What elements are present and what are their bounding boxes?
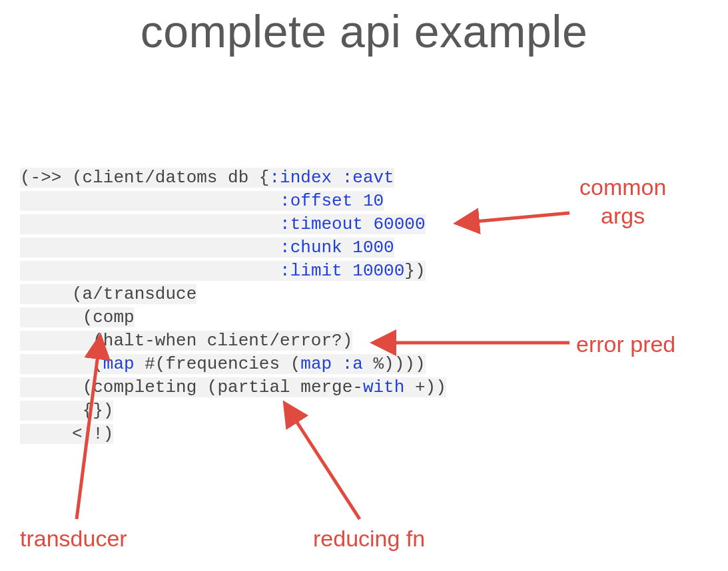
code-line-11: <!!) bbox=[20, 424, 113, 444]
code-line-9: (completing (partial merge-with +)) bbox=[20, 377, 446, 397]
code-line-5: (a/transduce bbox=[20, 284, 196, 304]
code-token: (->> bbox=[20, 168, 72, 188]
slide: complete api example (->> (client/datoms… bbox=[0, 0, 728, 571]
code-line-8: (map #(frequencies (map :a %)))) bbox=[20, 354, 426, 374]
code-token: {}) bbox=[83, 401, 114, 421]
slide-title: complete api example bbox=[0, 5, 728, 57]
code-token: +)) bbox=[404, 377, 446, 397]
code-line-2: :timeout 60000 bbox=[20, 214, 426, 234]
code-keyword: map bbox=[103, 354, 135, 374]
code-token: (a/transduce bbox=[72, 284, 196, 304]
code-line-3: :chunk 1000 bbox=[20, 238, 394, 258]
code-line-4: :limit 10000}) bbox=[20, 261, 426, 281]
code-token: (comp bbox=[83, 307, 135, 327]
annotation-error-pred: error pred bbox=[576, 330, 675, 359]
code-keyword: map :a bbox=[300, 354, 363, 374]
annotation-reducing-fn: reducing fn bbox=[313, 524, 425, 553]
code-token: (completing (partial merge- bbox=[83, 377, 363, 397]
code-token: (halt-when client/error?) bbox=[93, 331, 352, 351]
annotation-common-args: common args bbox=[579, 173, 666, 230]
code-keyword: with bbox=[363, 377, 404, 397]
arrow-common-args bbox=[460, 213, 569, 223]
code-line-10: {}) bbox=[20, 401, 113, 421]
code-keyword: :offset 10 bbox=[280, 191, 384, 211]
code-line-1: :offset 10 bbox=[20, 191, 384, 211]
code-token: <!!) bbox=[72, 424, 113, 444]
code-keyword: :chunk 1000 bbox=[280, 238, 394, 258]
code-token: #(frequencies ( bbox=[135, 354, 301, 374]
code-keyword: :index :eavt bbox=[269, 168, 394, 188]
code-token: %)))) bbox=[363, 354, 426, 374]
code-block: (->> (client/datoms db {:index :eavt :of… bbox=[20, 166, 446, 446]
annotation-transducer: transducer bbox=[20, 524, 127, 553]
code-line-0: (->> (client/datoms db {:index :eavt bbox=[20, 168, 394, 188]
code-keyword: :timeout 60000 bbox=[280, 214, 425, 234]
code-line-7: (halt-when client/error?) bbox=[20, 331, 352, 351]
code-token: (client/datoms db { bbox=[72, 168, 269, 188]
code-keyword: :limit 10000 bbox=[280, 261, 404, 281]
code-token: }) bbox=[404, 261, 425, 281]
code-line-6: (comp bbox=[20, 307, 135, 327]
code-token: ( bbox=[93, 354, 103, 374]
